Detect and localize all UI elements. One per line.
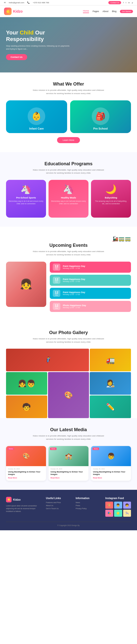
footer-insta-2[interactable]: 👦: [114, 502, 122, 509]
event-time-2: Monday 12:00 - 17:00: [63, 280, 128, 282]
hero-subtitle: Stop wasting precious time creating invo…: [6, 45, 71, 51]
media-card-body-2: October 26, 2023 Using Backlighting to E…: [49, 466, 88, 481]
footer-link-about[interactable]: About Us: [46, 505, 72, 506]
edu-card-babysitting[interactable]: 🌙 Babysitting The amazing way to do all …: [91, 180, 131, 218]
footer-info-news[interactable]: News: [76, 502, 101, 503]
edu-programs-subtitle: Kidzo mission is to provide affordable, …: [31, 169, 106, 175]
nav-home[interactable]: Home: [83, 10, 89, 13]
gallery-item-costumes[interactable]: 🦸‍♂️: [6, 349, 89, 371]
media-link-2[interactable]: Read More: [51, 477, 86, 479]
hero-line1: Your: [6, 29, 20, 36]
footer-insta-6[interactable]: 🎠: [123, 510, 131, 517]
footer-link-contact[interactable]: Get In Touch Us: [46, 508, 72, 509]
offer-card-preschool[interactable]: 🎒 Pre School: [70, 100, 131, 133]
upcoming-events-title: Upcoming Events: [6, 243, 131, 248]
meals-icon: 🦄: [63, 184, 74, 194]
footer-insta-4[interactable]: 🎭: [105, 510, 113, 517]
preschool-icon: 🎒: [92, 107, 109, 125]
nav-pages[interactable]: Pages: [93, 10, 99, 13]
event-time-3: Monday 12:00 - 17:00: [63, 294, 128, 295]
media-date-3: October 26, 2023: [93, 468, 129, 470]
footer-grid: 🌟 Kidzo Lorem ipsum dolor sit amet conse…: [6, 497, 131, 517]
infant-care-label: Infant Care: [29, 127, 44, 130]
gallery-item-drawing[interactable]: ✏️: [90, 395, 131, 418]
logo-icon: 🌟: [4, 8, 12, 15]
footer: 🌟 Kidzo Lorem ipsum dolor sit amet conse…: [0, 490, 137, 530]
media-link-3[interactable]: Read More: [93, 477, 129, 479]
footer-information-title: Information: [76, 497, 101, 500]
gallery-title: Our Photo Gallery: [6, 330, 131, 335]
event-name-3: Paint Happiness Day: [63, 291, 128, 294]
event-time-4: Monday 12:00 - 17:00: [63, 307, 128, 308]
infant-care-icon: 👶: [28, 107, 45, 125]
edu-card-sports[interactable]: 🦄 Pre-School Sports Elementary way to do…: [6, 180, 46, 218]
gallery-item-kids-outside[interactable]: 👧👦: [6, 372, 47, 395]
event-info-1: Paint Happiness Day Monday 12:00 - 17:00: [63, 265, 128, 269]
footer-insta-5[interactable]: 🌟: [114, 510, 122, 517]
edu-programs-section: Educational Programs Kidzo mission is to…: [0, 152, 137, 227]
gallery-item-girl-art[interactable]: 🎨: [48, 372, 89, 418]
instagram-icon[interactable]: in: [128, 2, 130, 4]
event-date-box-1: 12 Mar: [53, 264, 60, 271]
event-item-2[interactable]: 12 Mar Paint Happiness Day Monday 12:00 …: [50, 275, 131, 286]
facebook-icon[interactable]: f: [123, 2, 124, 4]
contact-us-topbar-button[interactable]: Contact Us: [108, 1, 121, 4]
get-started-button[interactable]: Get Started: [120, 10, 133, 13]
what-we-offer-subtitle: Kidzo mission is to provide affordable, …: [31, 89, 106, 95]
media-link-1[interactable]: Read More: [8, 477, 44, 479]
learn-more-button[interactable]: Learn More: [57, 137, 80, 143]
footer-link-features[interactable]: Features and Price: [46, 502, 72, 503]
event-item-1[interactable]: 12 Mar Paint Happiness Day Monday 12:00 …: [50, 262, 131, 273]
footer-information-list: News Press Privacy Policy: [76, 502, 101, 509]
latest-media-section: Our Latest Media Kidzo mission is to pro…: [0, 418, 137, 490]
twitter-icon[interactable]: t: [126, 2, 126, 4]
latest-media-subtitle: Kidzo mission is to provide affordable, …: [31, 434, 106, 441]
media-card-3[interactable]: 👦 Media October 26, 2023 Using Backlight…: [91, 446, 131, 481]
footer-logo: 🌟 Kidzo: [6, 497, 42, 502]
footer-about-col: 🌟 Kidzo Lorem ipsum dolor sit amet conse…: [6, 497, 42, 517]
event-date-num-1: 12: [54, 265, 59, 268]
sports-text: Elementary way to do it all and ensure e…: [9, 200, 43, 205]
media-card-body-1: October 26, 2023 Using Backlighting to E…: [6, 466, 46, 481]
media-title-3: Using Backlighting to Enhan Your Images: [93, 471, 129, 476]
media-tag-3: Media: [93, 448, 99, 450]
event-item-3[interactable]: 12 Mar Paint Happiness Day Monday 12:00 …: [50, 288, 131, 299]
sports-label: Pre-School Sports: [16, 196, 36, 199]
hero-content: Your Child Our Responsibility Stop wasti…: [6, 29, 71, 60]
media-title-2: Using Backlighting to Enhan Your Images: [51, 471, 86, 476]
hero-section: Your Child Our Responsibility Stop wasti…: [0, 17, 137, 72]
gallery-item-kids-class[interactable]: 🧒: [6, 395, 47, 418]
pinterest-icon[interactable]: p: [132, 2, 133, 4]
footer-insta-3[interactable]: 🧒: [123, 502, 131, 509]
media-card-2[interactable]: 🏫 Media October 26, 2023 Using Backlight…: [49, 446, 88, 481]
babysitting-label: Babysitting: [105, 196, 117, 199]
events-list: 12 Mar Paint Happiness Day Monday 12:00 …: [50, 262, 131, 312]
event-name-2: Paint Happiness Day: [63, 278, 128, 280]
gallery-item-truck[interactable]: 🚛: [90, 349, 131, 371]
edu-card-meals[interactable]: 🦄 Healthy Meals Elementary way to do it …: [49, 180, 88, 218]
what-we-offer-title: What We Offer: [6, 82, 131, 87]
topbar-left: ✉ hello@gmail.com 📞 +370 610 486 766: [4, 2, 49, 4]
media-date-2: October 26, 2023: [51, 468, 86, 470]
event-info-2: Paint Happiness Day Monday 12:00 - 17:00: [63, 278, 128, 282]
footer-about-text: Lorem ipsum dolor sit amet consectetur a…: [6, 504, 42, 513]
offer-card-infant[interactable]: 👶 Infant Care: [6, 100, 67, 133]
media-card-1[interactable]: 🎨 Media October 26, 2023 Using Backlight…: [6, 446, 46, 481]
logo: 🌟 Kidzo: [4, 8, 23, 15]
event-item-4[interactable]: 12 Mar Photo Happiness Day Monday 12:00 …: [50, 301, 131, 312]
media-title-1: Using Backlighting to Enhan Your Images: [8, 471, 44, 476]
edu-cards: 🦄 Pre-School Sports Elementary way to do…: [6, 180, 131, 218]
gallery-subtitle: Kidzo mission is to provide affordable, …: [31, 337, 106, 344]
upcoming-layout: 👧 12 Mar Paint Happiness Day Monday 12:0…: [6, 262, 131, 312]
footer-info-privacy[interactable]: Privacy Policy: [76, 508, 101, 509]
nav-about[interactable]: About: [103, 10, 109, 13]
media-card-emoji-1: 🎨: [22, 453, 30, 460]
gallery-item-girl-paint[interactable]: 👩‍🎨: [90, 372, 131, 395]
footer-insta-1[interactable]: 🎨: [105, 502, 113, 509]
what-we-offer-section: What We Offer Kidzo mission is to provid…: [0, 72, 137, 152]
logo-brand: Kidzo: [13, 9, 23, 13]
footer-instagram-col: Instagram Feed 🎨 👦 🧒 🎭 🌟 🎠: [105, 497, 131, 517]
footer-info-press[interactable]: Press: [76, 505, 101, 506]
hero-cta-button[interactable]: Contact Us: [6, 54, 27, 60]
nav-blog[interactable]: Blog: [112, 10, 116, 13]
